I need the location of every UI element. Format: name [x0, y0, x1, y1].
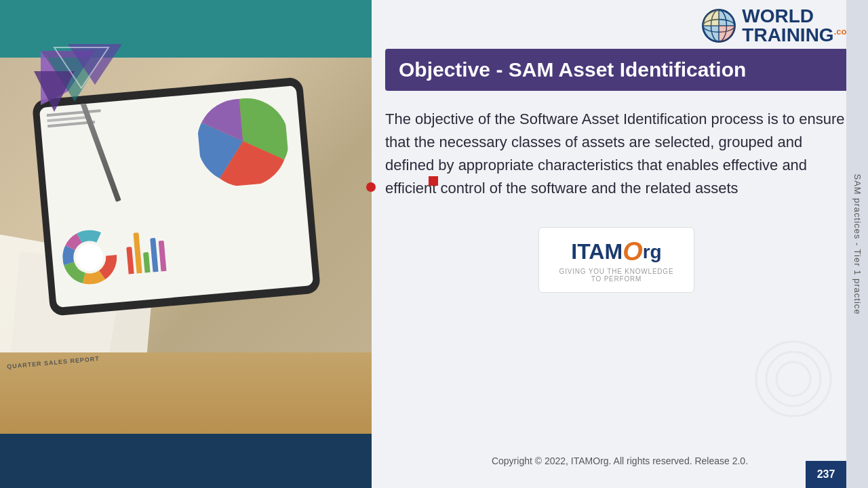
sidebar-panel: SAM practices - Tier 1 practice — [846, 0, 868, 488]
red-dot-indicator — [366, 182, 376, 192]
itam-text: ITAM — [571, 239, 623, 264]
sidebar-label: SAM practices - Tier 1 practice — [852, 174, 863, 314]
world-training-logo: WORLD TRAINING.com — [701, 7, 854, 45]
svg-point-22 — [776, 362, 810, 396]
world-text: WORLD — [742, 7, 854, 26]
itam-tagline: GIVING YOU THE KNOWLEDGE TO PERFORM — [559, 268, 674, 283]
pie-chart — [195, 94, 291, 189]
slide-title: Objective - SAM Asset Identification — [399, 58, 841, 81]
donut-chart — [60, 228, 119, 287]
logo-shapes — [27, 37, 136, 142]
right-panel: WORLD TRAINING.com Objective - SAM Asset… — [372, 0, 868, 488]
itam-rg-text: rg — [643, 241, 662, 263]
logo-bar: WORLD TRAINING.com — [372, 0, 868, 49]
main-content: The objective of the Software Asset Iden… — [372, 101, 868, 434]
bottom-blue-bar-left — [0, 434, 372, 488]
body-paragraph: The objective of the Software Asset Iden… — [385, 108, 848, 200]
svg-point-21 — [766, 352, 821, 406]
page-number: 237 — [806, 461, 846, 488]
itam-logo-area: ITAM O rg GIVING YOU THE KNOWLEDGE TO PE… — [385, 227, 848, 293]
footer-area: Copyright © 2022, ITAMOrg. All rights re… — [372, 434, 868, 488]
left-panel-red-dot — [429, 176, 438, 186]
globe-icon — [701, 8, 736, 43]
copyright-text: Copyright © 2022, ITAMOrg. All rights re… — [492, 455, 748, 466]
svg-point-13 — [75, 243, 104, 272]
title-banner: Objective - SAM Asset Identification — [385, 49, 854, 91]
bar-chart — [125, 230, 166, 274]
decorative-watermark — [753, 338, 834, 422]
itam-logo-text: ITAM O rg — [571, 237, 661, 266]
itam-o-text: O — [623, 237, 643, 266]
brand-text: WORLD TRAINING.com — [742, 7, 854, 45]
itam-logo-box: ITAM O rg GIVING YOU THE KNOWLEDGE TO PE… — [538, 227, 695, 293]
training-text: TRAINING.com — [742, 26, 854, 45]
